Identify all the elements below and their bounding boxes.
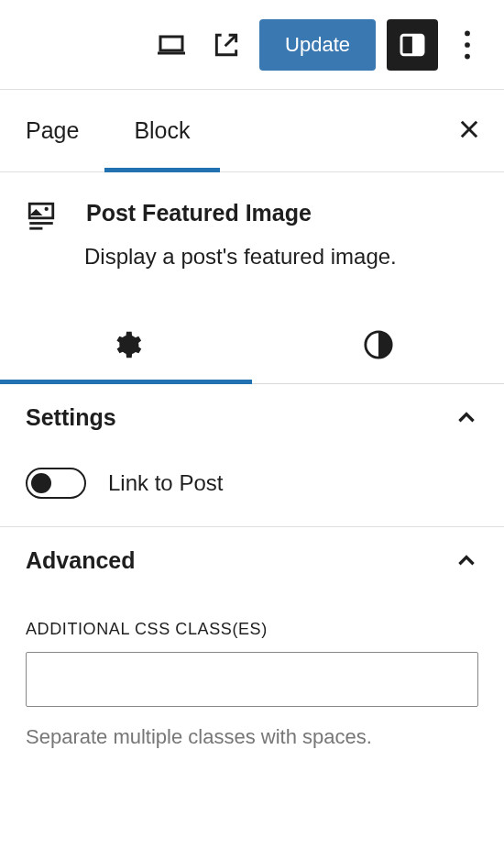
chevron-up-icon: [455, 406, 478, 430]
inspector-tabs: Page Block: [0, 90, 504, 172]
laptop-icon: [155, 28, 188, 61]
more-options-button[interactable]: [449, 23, 486, 67]
gear-icon: [111, 329, 142, 360]
external-link-icon: [212, 30, 241, 60]
settings-panel: Settings Link to Post: [0, 384, 504, 527]
settings-panel-header[interactable]: Settings: [0, 384, 504, 451]
settings-panel-title: Settings: [26, 404, 116, 431]
link-to-post-row: Link to Post: [26, 451, 478, 499]
sidebar-toggle-button[interactable]: [387, 19, 438, 71]
kebab-icon: [464, 30, 471, 60]
svg-point-7: [465, 42, 470, 48]
inspector-subtabs: [0, 306, 504, 384]
css-classes-help: Separate multiple classes with spaces.: [26, 725, 478, 749]
svg-point-12: [45, 207, 49, 211]
svg-line-2: [225, 35, 236, 46]
svg-rect-11: [29, 204, 53, 218]
chevron-up-icon: [455, 549, 478, 573]
svg-point-8: [465, 53, 470, 59]
svg-point-6: [465, 30, 470, 36]
svg-rect-0: [160, 37, 182, 50]
block-title: Post Featured Image: [86, 200, 312, 226]
block-card: Post Featured Image Display a post's fea…: [0, 172, 504, 306]
link-to-post-label: Link to Post: [108, 470, 223, 496]
editor-toolbar: Update: [0, 0, 504, 90]
link-to-post-toggle[interactable]: [26, 468, 86, 499]
device-preview-button[interactable]: [149, 23, 193, 67]
close-inspector-button[interactable]: [456, 116, 482, 146]
svg-rect-5: [413, 35, 423, 54]
advanced-panel-title: Advanced: [26, 547, 135, 574]
featured-image-icon: [26, 200, 57, 231]
tab-page[interactable]: Page: [26, 90, 79, 171]
toggle-knob: [31, 473, 51, 493]
view-post-button[interactable]: [204, 23, 248, 67]
update-button[interactable]: Update: [259, 19, 376, 71]
subtab-styles[interactable]: [252, 306, 504, 383]
sidebar-icon: [398, 30, 427, 60]
subtab-settings[interactable]: [0, 306, 252, 383]
close-icon: [456, 116, 482, 142]
css-classes-label: ADDITIONAL CSS CLASS(ES): [26, 620, 478, 639]
contrast-icon: [363, 329, 394, 360]
advanced-panel-header[interactable]: Advanced: [0, 527, 504, 594]
css-classes-input[interactable]: [26, 652, 478, 707]
advanced-panel: Advanced ADDITIONAL CSS CLASS(ES) Separa…: [0, 527, 504, 777]
block-description: Display a post's featured image.: [84, 244, 478, 270]
tab-block[interactable]: Block: [134, 90, 190, 171]
